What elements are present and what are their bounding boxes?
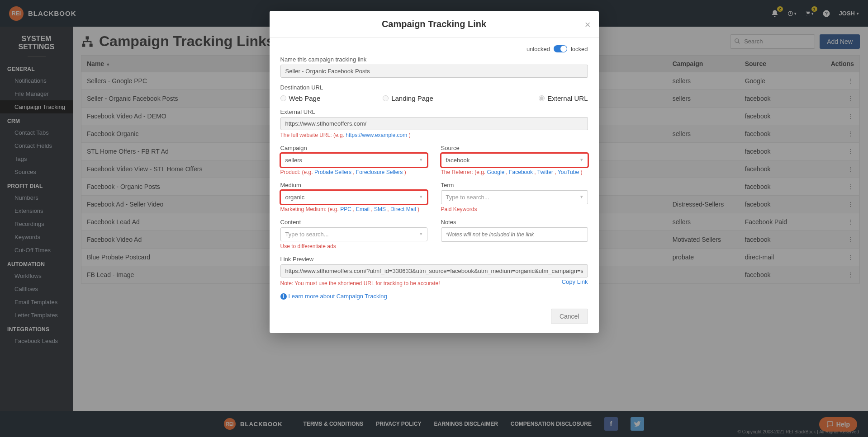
preview-label: Link Preview — [280, 256, 588, 263]
lock-toggle[interactable] — [554, 45, 567, 52]
learn-more-link[interactable]: i Learn more about Campaign Tracking — [280, 293, 588, 300]
notes-input[interactable] — [441, 227, 588, 242]
campaign-select[interactable]: sellers — [280, 153, 427, 167]
content-hint: Use to differentiate ads — [280, 243, 427, 249]
term-select[interactable]: Type to search... — [441, 190, 588, 204]
external-url-input[interactable] — [280, 117, 588, 130]
modal: Campaign Tracking Link × unlocked locked… — [270, 11, 599, 333]
content-label: Content — [280, 219, 427, 226]
copy-link-button[interactable]: Copy Link — [562, 278, 588, 285]
radio-landing-page[interactable]: Landing Page — [383, 94, 485, 102]
source-label: Source — [441, 145, 588, 151]
unlocked-label: unlocked — [526, 46, 550, 52]
name-input[interactable] — [280, 65, 588, 78]
source-select[interactable]: facebook — [441, 153, 588, 167]
medium-select[interactable]: organic — [280, 190, 427, 204]
campaign-hint: Product: (e.g. Probate Sellers , Foreclo… — [280, 169, 427, 175]
modal-header: Campaign Tracking Link × — [270, 11, 599, 38]
radio-external-url[interactable]: External URL — [485, 94, 588, 102]
info-icon: i — [280, 293, 287, 300]
name-label: Name this campaign tracking link — [280, 56, 588, 63]
preview-input[interactable] — [280, 264, 588, 277]
external-url-label: External URL — [280, 108, 588, 115]
url-hint-link[interactable]: https://www.example.com — [346, 132, 407, 138]
notes-label: Notes — [441, 219, 588, 226]
radio-web-page[interactable]: Web Page — [280, 94, 383, 102]
content-select[interactable]: Type to search... — [280, 227, 427, 241]
preview-hint: Note: You must use the shortened URL for… — [280, 280, 440, 287]
medium-label: Medium — [280, 182, 427, 188]
lock-toggle-row: unlocked locked — [280, 45, 588, 52]
term-hint: Paid Keywords — [441, 206, 588, 212]
close-icon[interactable]: × — [585, 19, 591, 31]
locked-label: locked — [571, 46, 588, 52]
term-label: Term — [441, 182, 588, 188]
campaign-label: Campaign — [280, 145, 427, 151]
source-hint: The Referrer: (e.g. Google , Facebook , … — [441, 169, 588, 175]
medium-hint: Marketing Medium: (e.g. PPC , Email , SM… — [280, 206, 427, 212]
dest-url-label: Destination URL — [280, 84, 588, 91]
cancel-button[interactable]: Cancel — [551, 309, 588, 324]
url-hint: The full website URL: (e.g. https://www.… — [280, 132, 588, 138]
modal-title: Campaign Tracking Link — [279, 19, 590, 29]
